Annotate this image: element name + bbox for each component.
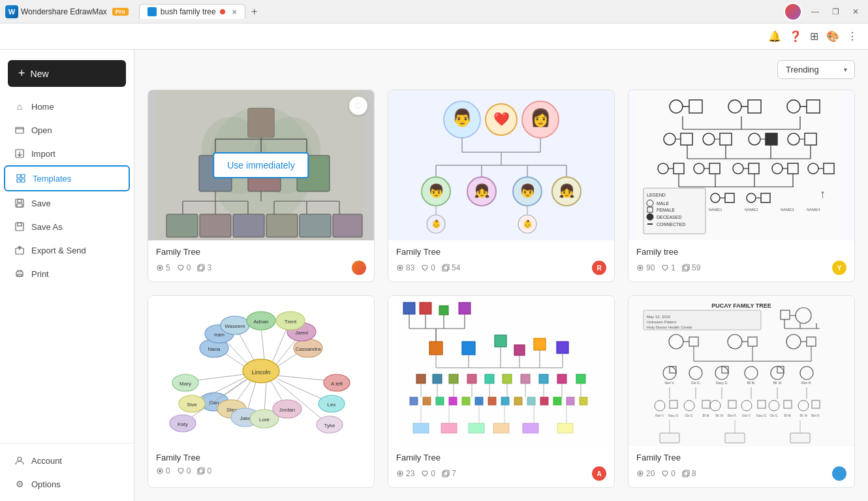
svg-rect-248 bbox=[485, 374, 494, 383]
svg-rect-223 bbox=[439, 306, 448, 315]
sidebar-item-account[interactable]: Account bbox=[4, 449, 130, 472]
views-6: 20 bbox=[636, 469, 655, 478]
svg-rect-235 bbox=[534, 338, 546, 350]
svg-rect-233 bbox=[495, 335, 506, 347]
app-name: Wondershare EdrawMax bbox=[21, 7, 107, 16]
svg-text:Glo G.: Glo G. bbox=[691, 381, 700, 385]
svg-rect-247 bbox=[467, 374, 476, 383]
tab-close-btn[interactable]: ✕ bbox=[232, 8, 237, 16]
sidebar-item-home-label: Home bbox=[31, 102, 54, 112]
svg-text:A left: A left bbox=[331, 381, 343, 387]
minimize-btn[interactable]: — bbox=[807, 7, 823, 16]
templates-icon bbox=[16, 173, 26, 184]
svg-rect-287 bbox=[493, 423, 509, 433]
card-title-1: Family Tree bbox=[156, 247, 366, 257]
sort-wrapper: Trending Newest Most Popular bbox=[777, 60, 855, 79]
template-card-3[interactable]: LEGEND MALE FEMALE DECEASED CONNECTED ↑ bbox=[628, 89, 855, 282]
account-icon bbox=[14, 455, 25, 466]
theme-icon[interactable]: 🎨 bbox=[826, 30, 839, 42]
svg-text:Bil. M: Bil. M bbox=[715, 414, 723, 417]
svg-rect-10 bbox=[18, 223, 22, 226]
sidebar-item-print[interactable]: Print bbox=[4, 262, 130, 285]
svg-rect-221 bbox=[403, 302, 415, 314]
svg-rect-266 bbox=[436, 397, 444, 405]
sidebar-item-saveas[interactable]: Save As bbox=[4, 215, 130, 238]
svg-rect-222 bbox=[420, 302, 431, 314]
new-tab-btn[interactable]: + bbox=[247, 4, 262, 20]
author-avatar-5: A bbox=[592, 466, 606, 481]
sidebar-item-import-label: Import bbox=[31, 149, 55, 159]
template-card-6[interactable]: PUCAY FAMILY TREE May 12, 2022 Unknown P… bbox=[628, 295, 855, 488]
import-icon bbox=[14, 148, 25, 159]
user-avatar[interactable] bbox=[784, 3, 802, 21]
sidebar-item-templates-label: Templates bbox=[33, 174, 71, 184]
card-thumb-2: 👨 👩 ❤️ bbox=[388, 90, 614, 240]
svg-rect-41 bbox=[233, 214, 264, 237]
svg-text:👶: 👶 bbox=[431, 219, 441, 229]
svg-point-14 bbox=[18, 457, 22, 461]
maximize-btn[interactable]: ❐ bbox=[828, 7, 843, 16]
sidebar-item-saveas-label: Save As bbox=[31, 222, 63, 232]
svg-text:Lincoln: Lincoln bbox=[252, 369, 271, 376]
active-tab[interactable]: bush family tree ✕ bbox=[139, 4, 245, 19]
svg-rect-274 bbox=[540, 397, 548, 405]
card-title-3: Family tree bbox=[636, 247, 846, 257]
views-5: 23 bbox=[396, 469, 414, 478]
sidebar-item-open[interactable]: Open bbox=[4, 118, 130, 142]
sidebar-item-options[interactable]: ⚙ Options bbox=[4, 472, 130, 496]
options-icon: ⚙ bbox=[14, 479, 25, 489]
svg-text:Glo G.: Glo G. bbox=[685, 414, 693, 417]
svg-rect-158 bbox=[684, 265, 689, 270]
svg-text:Tyke: Tyke bbox=[324, 423, 335, 428]
card-info-2: Family Tree 83 0 54 bbox=[388, 240, 614, 282]
sidebar-item-save[interactable]: Save bbox=[4, 191, 130, 215]
svg-rect-218 bbox=[198, 469, 203, 474]
svg-text:Bil M.: Bil M. bbox=[747, 381, 756, 385]
template-card-4[interactable]: Lincoln Nana Iram Waseem Adnan bbox=[147, 295, 375, 488]
svg-rect-366 bbox=[660, 433, 679, 443]
svg-rect-276 bbox=[566, 397, 574, 405]
template-card-2[interactable]: 👨 👩 ❤️ bbox=[388, 89, 615, 282]
svg-rect-7 bbox=[18, 199, 22, 202]
save-icon bbox=[14, 198, 25, 208]
svg-text:NAME3: NAME3 bbox=[781, 208, 794, 212]
card-info-6: Family Tree 20 0 8 bbox=[628, 446, 854, 487]
sidebar-item-export[interactable]: Export & Send bbox=[4, 238, 130, 262]
svg-text:Jared: Jared bbox=[295, 330, 308, 336]
notifications-icon[interactable]: 🔔 bbox=[768, 30, 781, 42]
card-meta-5: 23 0 7 A bbox=[396, 466, 606, 481]
svg-rect-272 bbox=[514, 397, 522, 405]
svg-text:NAME1: NAME1 bbox=[709, 208, 722, 212]
svg-text:👶: 👶 bbox=[523, 219, 533, 229]
svg-point-156 bbox=[639, 267, 642, 269]
svg-text:Stacy D.: Stacy D. bbox=[756, 414, 767, 417]
favorite-icon-1[interactable]: ♡ bbox=[349, 97, 367, 115]
sort-dropdown[interactable]: Trending Newest Most Popular bbox=[777, 60, 855, 79]
template-card-1[interactable]: ♡ Use immediately Family Tree 5 0 bbox=[147, 89, 375, 282]
svg-rect-48 bbox=[199, 265, 204, 270]
card-meta-2: 83 0 54 R bbox=[396, 261, 606, 275]
author-avatar-6 bbox=[832, 466, 846, 481]
sidebar-nav: ⌂ Home Open Import Templates bbox=[0, 95, 134, 443]
more-icon[interactable]: ⋮ bbox=[847, 30, 858, 42]
use-immediately-btn[interactable]: Use immediately bbox=[213, 152, 309, 178]
apps-icon[interactable]: ⊞ bbox=[810, 30, 818, 42]
svg-text:Waseem: Waseem bbox=[225, 323, 245, 329]
svg-rect-105 bbox=[766, 133, 777, 145]
template-card-5[interactable]: Family Tree 23 0 7 bbox=[388, 295, 615, 488]
svg-rect-292 bbox=[442, 472, 448, 477]
help-icon[interactable]: ❓ bbox=[789, 30, 802, 42]
svg-rect-275 bbox=[553, 397, 561, 405]
sidebar-item-home[interactable]: ⌂ Home bbox=[4, 95, 130, 118]
copies-4: 0 bbox=[197, 466, 211, 476]
svg-rect-286 bbox=[469, 423, 484, 433]
svg-text:Ben R.: Ben R. bbox=[811, 414, 820, 417]
new-button[interactable]: + New bbox=[8, 60, 126, 87]
sidebar-item-import[interactable]: Import bbox=[4, 142, 130, 165]
svg-rect-47 bbox=[198, 266, 203, 271]
svg-text:❤️: ❤️ bbox=[493, 111, 510, 127]
svg-text:Iram: Iram bbox=[214, 332, 225, 338]
close-btn[interactable]: ✕ bbox=[848, 7, 863, 16]
svg-rect-232 bbox=[462, 342, 475, 355]
sidebar-item-templates[interactable]: Templates bbox=[4, 165, 130, 191]
